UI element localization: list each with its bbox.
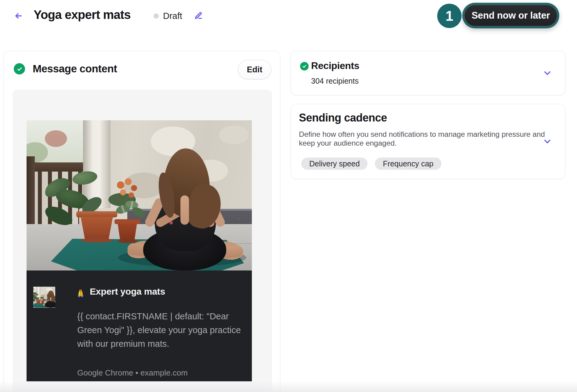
rename-campaign-button[interactable] — [192, 9, 205, 22]
yoga-photo-scene — [33, 287, 55, 307]
draft-status-dot — [154, 13, 159, 19]
send-button-highlight-ring: Send now or later — [462, 3, 559, 28]
orange-flower — [117, 181, 124, 189]
back-button[interactable] — [12, 10, 24, 22]
sending-cadence-card: Sending cadence Define how often you sen… — [291, 104, 565, 179]
sending-cadence-tags: Delivery speed Frequency cap — [301, 158, 441, 170]
pencil-icon — [194, 10, 203, 20]
check-circle-icon — [14, 63, 25, 74]
recipients-card: Recipients 304 recipients — [291, 51, 565, 95]
sending-cadence-title: Sending cadence — [299, 111, 387, 124]
orange-flower — [43, 297, 44, 298]
sending-cadence-expand-button[interactable] — [541, 135, 554, 148]
small-pot-rim — [114, 219, 140, 224]
check-circle-icon — [300, 62, 309, 71]
notification-source: Google Chrome • example.com — [77, 368, 188, 378]
tour-step-badge: 1 — [437, 4, 462, 28]
message-content-title: Message content — [33, 63, 117, 75]
page-title: Yoga expert mats — [34, 8, 131, 22]
orange-flower — [131, 185, 137, 191]
bracelet — [169, 221, 173, 224]
notification-preview: Expert yoga mats {{ contact.FIRSTNAME | … — [27, 270, 252, 381]
yoga-photo-scene — [27, 120, 252, 270]
orange-flower — [125, 178, 132, 185]
preview-photo — [27, 120, 252, 270]
orange-flower — [129, 192, 134, 198]
namaste-hands — [180, 195, 189, 225]
small-pot-rim — [41, 300, 45, 301]
orange-flower — [43, 296, 44, 296]
notification-thumbnail — [33, 287, 55, 308]
notification-body: {{ contact.FIRSTNAME | default: "Dear Gr… — [77, 310, 251, 351]
recipients-title: Recipients — [311, 60, 359, 71]
bracelet — [49, 301, 49, 301]
outdoor-light — [33, 287, 37, 293]
terracotta-pot-rim — [36, 299, 42, 300]
send-now-or-later-button[interactable]: Send now or later — [464, 5, 557, 27]
orange-flower — [42, 296, 43, 297]
recipients-expand-button[interactable] — [541, 66, 554, 80]
draft-status-label: Draft — [163, 11, 182, 21]
message-preview-panel: Expert yoga mats {{ contact.FIRSTNAME | … — [13, 90, 272, 392]
outdoor-light — [27, 120, 83, 166]
notification-thumbnail-photo — [33, 287, 55, 307]
chevron-down-icon — [543, 69, 552, 77]
praying-hands-emoji — [75, 288, 86, 299]
chevron-down-icon — [543, 137, 552, 146]
campaign-editor-page: Yoga expert mats Draft 1 Send now or lat… — [0, 0, 577, 392]
railing-top — [27, 162, 83, 172]
orange-flower — [120, 189, 126, 195]
frequency-cap-tag: Frequency cap — [375, 158, 441, 170]
recipients-count: 304 recipients — [311, 77, 359, 85]
delivery-speed-tag: Delivery speed — [301, 158, 368, 170]
edit-message-button[interactable]: Edit — [238, 60, 271, 79]
namaste-hands — [50, 297, 51, 301]
terracotta-pot-rim — [76, 211, 117, 217]
message-content-card: Message content Edit — [4, 51, 280, 392]
notification-title: Expert yoga mats — [90, 286, 165, 297]
sending-cadence-description: Define how often you send notifications … — [299, 130, 552, 147]
arrow-left-icon — [13, 11, 23, 21]
